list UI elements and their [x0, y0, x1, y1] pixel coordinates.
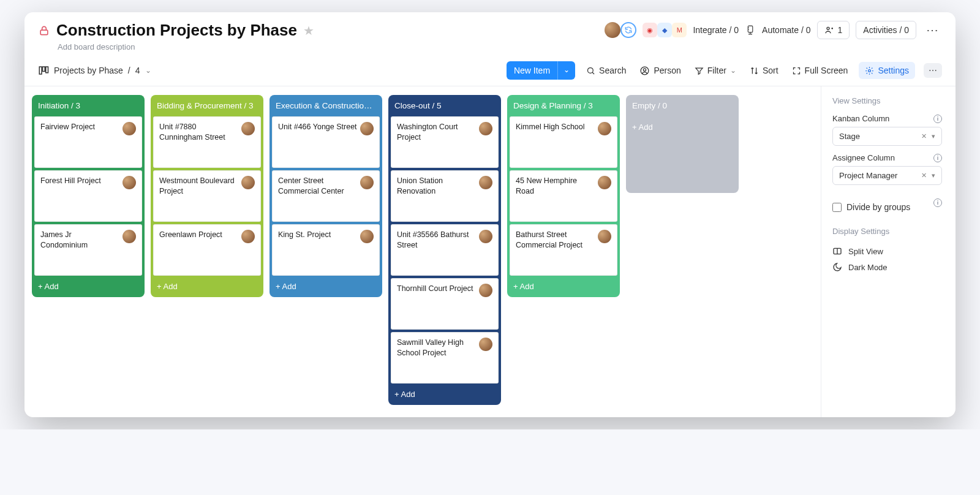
automate-link[interactable]: Automate / 0 — [762, 25, 810, 35]
avatar[interactable] — [598, 122, 611, 135]
avatar[interactable] — [360, 230, 374, 243]
star-icon[interactable]: ★ — [303, 23, 314, 38]
toolbar-more-icon[interactable]: ⋯ — [924, 63, 942, 78]
column-header[interactable]: Close-out / 5 — [388, 95, 501, 116]
view-count: 4 — [135, 66, 140, 75]
assignee-column-select[interactable]: Project Manager ✕▾ — [832, 166, 942, 185]
view-picker[interactable]: Projects by Phase / 4 ⌄ — [38, 65, 151, 76]
body: Initiation / 3Fairview ProjectForest Hil… — [24, 86, 956, 417]
svg-rect-1 — [748, 26, 753, 32]
checkbox-input[interactable] — [832, 203, 842, 212]
integrate-link[interactable]: Integrate / 0 — [693, 25, 739, 35]
view-name: Projects by Phase — [54, 66, 123, 75]
avatar[interactable] — [479, 122, 492, 135]
avatar[interactable] — [598, 176, 611, 189]
kanban-card[interactable]: James Jr Condominium — [34, 224, 142, 276]
kanban-card[interactable]: Sawmill Valley High School Project — [391, 332, 499, 384]
column-header[interactable]: Empty / 0 — [626, 95, 739, 116]
kanban-column: Design & Planning / 3Kimmel High School4… — [507, 95, 620, 297]
add-card-button[interactable]: + Add — [151, 276, 263, 293]
kanban-card[interactable]: Unit #35566 Bathurst Street — [391, 224, 499, 276]
view-settings-button[interactable]: Settings — [859, 62, 915, 79]
add-card-button[interactable]: + Add — [270, 276, 382, 293]
card-title: Kimmel High School — [516, 122, 585, 132]
column-header[interactable]: Design & Planning / 3 — [507, 95, 620, 116]
board-title[interactable]: Construction Projects by Phase — [56, 21, 297, 40]
kanban-card[interactable]: Westmount Boulevard Project — [153, 170, 261, 222]
kanban-card[interactable]: Center Street Commercial Center — [272, 170, 380, 222]
chevron-down-icon: ⌄ — [730, 66, 736, 75]
cards-container: Kimmel High School45 New Hemphire RoadBa… — [507, 116, 620, 276]
board-members[interactable] — [605, 22, 636, 38]
sort-button[interactable]: Sort — [747, 62, 781, 79]
add-card-button[interactable]: + Add — [626, 116, 739, 138]
kanban-column: Close-out / 5Washington Court ProjectUni… — [388, 95, 501, 405]
avatar[interactable] — [360, 176, 374, 189]
card-title: Bathurst Street Commercial Project — [516, 230, 595, 251]
column-header[interactable]: Bidding & Procurement / 3 — [151, 95, 263, 116]
kanban-card[interactable]: 45 New Hemphire Road — [510, 170, 617, 222]
fullscreen-button[interactable]: Full Screen — [790, 62, 851, 79]
kanban-card[interactable]: Unit #7880 Cunningham Street — [153, 116, 261, 168]
column-header[interactable]: Execution & Constructio… — [270, 95, 382, 116]
add-card-button[interactable]: + Add — [388, 384, 501, 401]
avatar[interactable] — [479, 338, 492, 351]
more-menu-icon[interactable]: ⋯ — [922, 23, 942, 37]
chevron-down-icon: ▾ — [932, 172, 935, 179]
avatar[interactable] — [598, 230, 611, 243]
avatar[interactable] — [360, 122, 374, 135]
column-header[interactable]: Initiation / 3 — [32, 95, 145, 116]
info-icon[interactable]: i — [933, 198, 942, 207]
search-icon — [586, 66, 595, 75]
settings-panel: View Settings Kanban Column i Stage ✕▾ A… — [821, 86, 956, 417]
svg-rect-3 — [39, 67, 42, 74]
board-description[interactable]: Add board description — [58, 42, 314, 51]
card-title: 45 New Hemphire Road — [516, 176, 595, 197]
dark-mode-option[interactable]: Dark Mode — [832, 259, 942, 275]
kanban-column-select[interactable]: Stage ✕▾ — [832, 127, 942, 146]
avatar[interactable] — [479, 284, 492, 297]
integration-icon: ◉ — [643, 23, 657, 37]
card-title: Sawmill Valley High School Project — [397, 338, 477, 358]
new-item-button[interactable]: New Item ⌄ — [507, 61, 575, 80]
svg-point-8 — [644, 68, 646, 70]
add-card-button[interactable]: + Add — [507, 276, 620, 293]
activities-button[interactable]: Activities / 0 — [856, 21, 916, 39]
avatar[interactable] — [123, 122, 136, 135]
divide-groups-checkbox[interactable]: Divide by groups — [832, 202, 910, 212]
kanban-card[interactable]: Unit #466 Yonge Street — [272, 116, 380, 168]
avatar[interactable] — [123, 176, 136, 189]
kanban-card[interactable]: Union Station Renovation — [391, 170, 499, 222]
kanban-card[interactable]: Thornhill Court Project — [391, 278, 499, 330]
info-icon[interactable]: i — [933, 115, 942, 123]
person-button[interactable]: Person — [637, 62, 683, 80]
new-item-dropdown[interactable]: ⌄ — [557, 61, 575, 80]
card-title: James Jr Condominium — [40, 230, 120, 251]
header: Construction Projects by Phase ★ Add boa… — [24, 12, 956, 55]
kanban-card[interactable]: Forest Hill Project — [34, 170, 142, 222]
avatar[interactable] — [123, 230, 136, 243]
avatar[interactable] — [241, 122, 255, 135]
invite-button[interactable]: 1 — [817, 21, 850, 39]
avatar[interactable] — [479, 230, 492, 243]
kanban-card[interactable]: Washington Court Project — [391, 116, 499, 168]
info-icon[interactable]: i — [933, 154, 942, 162]
clear-icon[interactable]: ✕ — [921, 132, 927, 140]
avatar[interactable] — [241, 230, 255, 243]
kanban-card[interactable]: Fairview Project — [34, 116, 142, 168]
add-card-button[interactable]: + Add — [32, 276, 145, 293]
clear-icon[interactable]: ✕ — [921, 172, 927, 179]
avatar[interactable] — [241, 176, 255, 189]
kanban-card[interactable]: Greenlawn Project — [153, 224, 261, 276]
avatar[interactable] — [479, 176, 492, 189]
kanban-card[interactable]: Kimmel High School — [510, 116, 617, 168]
moon-icon — [832, 262, 842, 272]
filter-button[interactable]: Filter ⌄ — [692, 62, 739, 79]
kanban-card[interactable]: King St. Project — [272, 224, 380, 276]
kanban-card[interactable]: Bathurst Street Commercial Project — [510, 224, 617, 276]
search-button[interactable]: Search — [584, 62, 628, 79]
split-view-option[interactable]: Split View — [832, 243, 942, 259]
card-title: Center Street Commercial Center — [278, 176, 358, 197]
cards-container: Washington Court ProjectUnion Station Re… — [388, 116, 501, 384]
lock-icon — [38, 25, 50, 37]
